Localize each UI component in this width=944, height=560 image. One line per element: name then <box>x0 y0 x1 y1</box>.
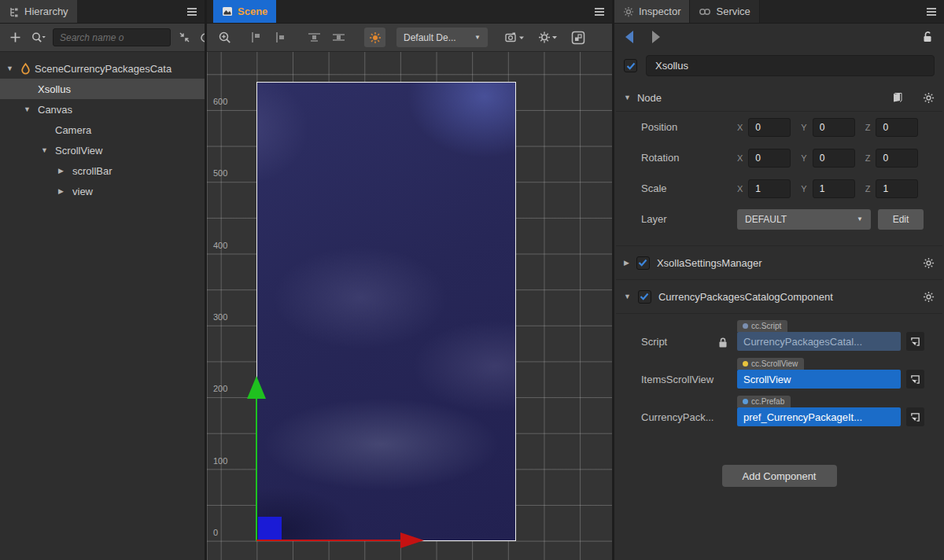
scale-row: Scale X Y Z <box>614 173 944 204</box>
position-label: Position <box>641 121 737 133</box>
cocos-creator-editor: Hierarchy ▼ <box>0 0 944 560</box>
type-dot-icon <box>743 361 748 367</box>
inspector-panel-menu-icon[interactable] <box>919 0 944 23</box>
node-name-input[interactable] <box>646 55 935 76</box>
tree-row-scrollbar[interactable]: ▶ scrollBar <box>0 160 205 181</box>
scale-label: Scale <box>641 182 737 194</box>
currency-package-label: CurrencyPack... <box>641 411 714 423</box>
z-axis-label: Z <box>865 123 871 132</box>
component-header-xsolla-settings[interactable]: ▶ XsollaSettingsManager <box>614 246 944 279</box>
search-filter-icon[interactable] <box>31 31 46 44</box>
node-picker-icon[interactable] <box>906 332 924 351</box>
rotation-z-input[interactable] <box>876 149 918 168</box>
scale-z-input[interactable] <box>876 179 918 198</box>
caret-down-icon[interactable]: ▼ <box>41 146 55 154</box>
scale-y-input[interactable] <box>813 179 855 198</box>
tree-row-camera[interactable]: Camera <box>0 120 205 140</box>
position-z-input[interactable] <box>876 118 918 137</box>
tree-row-canvas[interactable]: ▼ Canvas <box>0 99 205 120</box>
caret-down-icon[interactable]: ▼ <box>24 105 38 113</box>
forward-arrow-icon[interactable] <box>652 31 660 43</box>
distribute-vertical-icon[interactable] <box>308 31 321 43</box>
node-picker-icon[interactable] <box>906 370 924 389</box>
layer-row: Layer DEFAULT ▼ Edit <box>614 204 944 234</box>
node-active-checkbox[interactable] <box>624 59 637 72</box>
help-book-icon[interactable] <box>891 92 904 103</box>
node-picker-icon[interactable] <box>906 407 924 426</box>
scene-droplet-icon <box>20 63 35 75</box>
position-y-input[interactable] <box>813 118 855 137</box>
gear-icon[interactable] <box>923 92 935 104</box>
caret-right-icon[interactable]: ▶ <box>58 167 72 175</box>
scene-toolbar: Default De... ▼ <box>207 24 612 52</box>
prefab-reference-field[interactable]: pref_CurrencyPackageIt... <box>737 407 901 426</box>
type-chip: cc.ScrollView <box>737 358 804 370</box>
inspector-nav-row <box>614 24 944 50</box>
tree-row-scrollview[interactable]: ▼ ScrollView <box>0 140 205 160</box>
hierarchy-panel-menu-icon[interactable] <box>179 0 205 23</box>
layer-edit-button[interactable]: Edit <box>878 209 924 230</box>
scene-panel-menu-icon[interactable] <box>587 0 612 23</box>
display-mode-dropdown[interactable]: Default De... ▼ <box>396 28 488 47</box>
origin-node-gizmo[interactable] <box>258 517 282 541</box>
caret-down-icon[interactable]: ▼ <box>624 293 631 300</box>
gear-icon[interactable] <box>923 291 935 303</box>
align-right-icon[interactable] <box>273 31 286 43</box>
lock-icon <box>718 337 728 348</box>
tab-scene[interactable]: Scene <box>213 0 276 23</box>
search-input[interactable] <box>53 28 171 46</box>
align-left-icon[interactable] <box>249 31 262 43</box>
scale-x-input[interactable] <box>748 179 791 198</box>
tree-label: view <box>72 186 93 197</box>
tree-row-scene[interactable]: ▼ SceneCurrencyPackagesCata <box>0 58 205 79</box>
y-axis-label: Y <box>801 123 806 132</box>
ruler-label: 300 <box>213 312 227 322</box>
gear-icon[interactable] <box>923 257 935 269</box>
hierarchy-tree: ▼ SceneCurrencyPackagesCata Xsollus ▼ Ca… <box>0 52 205 560</box>
tab-service[interactable]: Service <box>690 0 759 23</box>
service-tab-label: Service <box>716 6 750 17</box>
collapse-all-icon[interactable] <box>179 31 190 43</box>
component-enabled-checkbox[interactable] <box>636 256 650 270</box>
hierarchy-toolbar <box>0 24 205 52</box>
x-axis-label: X <box>737 123 743 132</box>
add-component-button[interactable]: Add Component <box>722 465 837 487</box>
y-axis-arrow-icon <box>247 376 266 399</box>
script-reference-field[interactable]: CurrencyPackagesCatal... <box>737 332 901 351</box>
gear-dropdown-button[interactable] <box>538 31 559 44</box>
design-canvas-preview[interactable] <box>256 82 516 541</box>
back-arrow-icon[interactable] <box>625 31 633 43</box>
distribute-horizontal-icon[interactable] <box>332 31 345 43</box>
hierarchy-tabbar: Hierarchy <box>0 0 205 24</box>
caret-down-icon[interactable]: ▼ <box>6 64 20 72</box>
camera-settings-button[interactable] <box>505 31 525 44</box>
tree-row-view[interactable]: ▶ view <box>0 181 205 201</box>
zoom-icon[interactable] <box>218 31 232 45</box>
caret-down-icon[interactable]: ▼ <box>624 94 631 101</box>
tree-label: ScrollView <box>55 145 102 157</box>
light-toggle-button[interactable] <box>364 28 385 47</box>
layer-label: Layer <box>641 213 737 225</box>
scene-viewport[interactable]: 600 500 400 300 200 100 0 <box>207 52 612 560</box>
component-header-currency-catalog[interactable]: ▼ CurrencyPackagesCatalogComponent <box>614 280 944 313</box>
x-axis-label: X <box>737 184 743 193</box>
component-enabled-checkbox[interactable] <box>638 290 651 304</box>
y-axis-gizmo[interactable] <box>256 398 257 541</box>
caret-right-icon[interactable]: ▶ <box>624 259 629 267</box>
hierarchy-tab-label: Hierarchy <box>24 6 68 17</box>
rotation-x-input[interactable] <box>748 149 791 168</box>
rotation-y-input[interactable] <box>813 149 855 168</box>
frame-layout-icon[interactable] <box>571 31 585 45</box>
unlock-icon[interactable] <box>921 31 933 43</box>
tree-label: Canvas <box>38 104 72 116</box>
scrollview-reference-field[interactable]: ScrollView <box>737 370 901 389</box>
tab-inspector[interactable]: Inspector <box>614 0 690 23</box>
x-axis-gizmo[interactable] <box>256 540 401 541</box>
layer-dropdown[interactable]: DEFAULT ▼ <box>737 209 871 230</box>
tab-hierarchy[interactable]: Hierarchy <box>0 0 77 23</box>
caret-right-icon[interactable]: ▶ <box>58 187 72 195</box>
add-node-button[interactable] <box>9 31 21 43</box>
tree-row-xsollus[interactable]: Xsollus <box>0 79 205 99</box>
node-section-header[interactable]: ▼ Node <box>614 84 944 111</box>
position-x-input[interactable] <box>748 118 791 137</box>
